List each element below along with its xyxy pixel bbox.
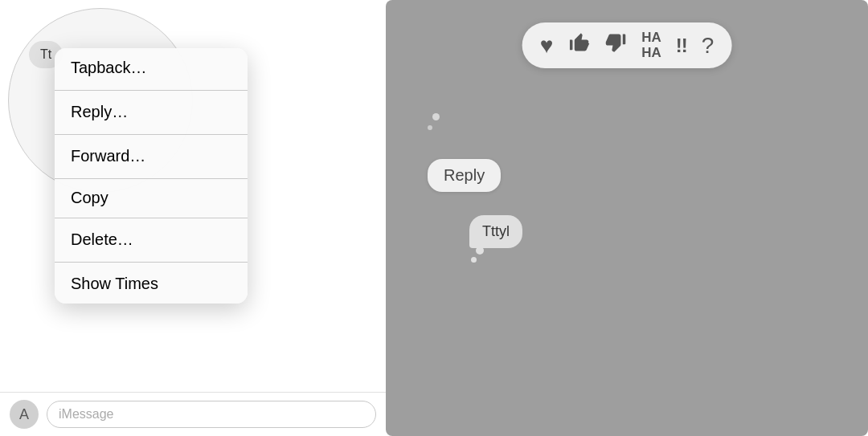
reaction-haha-icon[interactable]: HAHA bbox=[641, 31, 661, 60]
left-panel: Tt Tapback… Reply… Forward… Copy Delete…… bbox=[0, 0, 386, 436]
reactions-bar: ♥ HAHA !! ? bbox=[522, 22, 732, 68]
context-menu-item-show-times[interactable]: Show Times bbox=[55, 262, 248, 304]
reply-bubble[interactable]: Reply bbox=[428, 159, 501, 192]
imessage-input[interactable]: iMessage bbox=[47, 401, 376, 428]
context-menu-item-tapback[interactable]: Tapback… bbox=[55, 48, 248, 90]
context-menu-item-copy[interactable]: Copy bbox=[55, 178, 248, 218]
reaction-thumbsup-icon[interactable] bbox=[567, 31, 590, 59]
reaction-heart-icon[interactable]: ♥ bbox=[540, 33, 554, 59]
tttyl-bubble: Tttyl bbox=[469, 215, 522, 248]
bottom-bar: A iMessage bbox=[0, 392, 386, 436]
reaction-question-icon[interactable]: ? bbox=[702, 33, 714, 59]
context-menu-item-forward[interactable]: Forward… bbox=[55, 134, 248, 178]
reaction-thumbsdown-icon[interactable] bbox=[604, 31, 627, 59]
context-menu-item-delete[interactable]: Delete… bbox=[55, 218, 248, 262]
context-menu: Tapback… Reply… Forward… Copy Delete… Sh… bbox=[55, 48, 248, 304]
app-store-button[interactable]: A bbox=[10, 400, 39, 429]
reaction-exclaim-icon[interactable]: !! bbox=[676, 35, 687, 57]
context-menu-item-reply[interactable]: Reply… bbox=[55, 90, 248, 134]
right-panel: ♥ HAHA !! ? Tttyl Reply bbox=[386, 0, 868, 436]
